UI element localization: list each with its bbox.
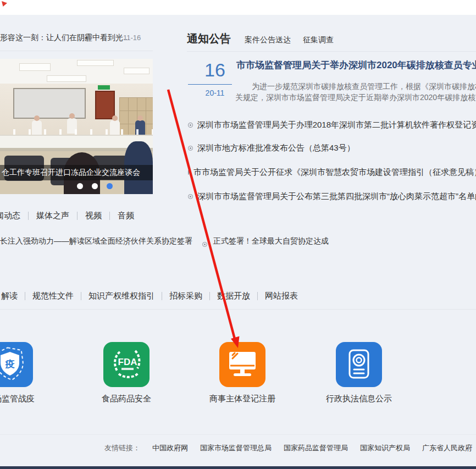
notice-heading: 通知公告 <box>187 31 231 46</box>
shortcut-label-epidemic[interactable]: 市场监管战疫 <box>0 394 54 404</box>
notice-list-item[interactable]: 市市场监管局关于公开征求《深圳市智慧农贸市场建设管理指引（征求意见稿）》... <box>188 167 476 178</box>
left-divider <box>0 51 153 51</box>
featured-month: 20-11 <box>198 89 232 97</box>
tab-case-announcements[interactable]: 案件公告送达 <box>245 35 291 45</box>
left-news-date: 11-16 <box>123 34 141 42</box>
info-nav-interpretation[interactable]: 解读 <box>1 291 18 301</box>
bullet-icon <box>202 242 207 247</box>
separator <box>77 212 78 220</box>
info-nav-normative-docs[interactable]: 规范性文件 <box>32 291 74 301</box>
bullet-icon <box>188 146 193 151</box>
notice-list-item[interactable]: 深圳市市场监督管理局关于公布第三批第四批深圳市“放心肉菜示范超市”名单的... <box>188 191 476 202</box>
bullet-icon <box>188 194 193 199</box>
footer-links: 友情链接： 中国政府网 国家市场监督管理总局 国家药品监督管理局 国家知识产权局… <box>104 443 472 453</box>
shortcut-label-enforcement-info[interactable]: 行政执法信息公示 <box>315 394 403 404</box>
separator <box>209 292 210 300</box>
svg-text:FDA: FDA <box>118 357 137 367</box>
door <box>95 91 115 119</box>
ticker-item-2[interactable]: 正式签署！全球最大自贸协定达成 <box>213 236 329 246</box>
featured-notice-title[interactable]: 市市场监督管理局关于举办深圳市2020年碳排放核查员专业知 <box>236 59 476 71</box>
featured-day-underline <box>188 84 232 85</box>
notice-link[interactable]: 深圳市市场监督管理局关于办理2018年深圳市第二批计算机软件著作权登记资助领 <box>197 120 476 130</box>
footer-link-cnipa[interactable]: 国家知识产权局 <box>360 443 410 453</box>
carousel-dot-2[interactable] <box>92 183 98 189</box>
media-nav-item-video[interactable]: 视频 <box>85 211 102 221</box>
notice-link[interactable]: 市市场监管局关于公开征求《深圳市智慧农贸市场建设管理指引（征求意见稿）》... <box>193 167 476 178</box>
notice-tabs: 案件公告送达 征集调查 <box>245 35 334 45</box>
carousel-dot-3-active[interactable] <box>107 183 113 189</box>
footer-divider <box>0 434 476 435</box>
notice-list-item[interactable]: 深圳市市场监督管理局关于办理2018年深圳市第二批计算机软件著作权登记资助领 <box>188 120 476 130</box>
featured-notice-excerpt-1: 为进一步规范深圳市碳排放核查员管理工作，根据《深圳市碳排放权交易管理 <box>252 82 476 92</box>
footer-link-nmpa[interactable]: 国家药品监督管理局 <box>284 443 348 453</box>
fda-laurel-icon[interactable]: FDA <box>103 342 150 387</box>
shortcut-label-business-registration[interactable]: 商事主体登记注册 <box>198 394 286 404</box>
media-nav-item-voice[interactable]: 媒体之声 <box>36 211 69 221</box>
top-strip <box>0 0 476 15</box>
bullet-icon <box>188 123 193 128</box>
bullet-icon <box>188 170 189 175</box>
shortcut-label-food-drug[interactable]: 食品药品安全 <box>82 394 170 404</box>
left-news-headline[interactable]: 形容这一刻：让人们在阴霾中看到光... <box>0 33 130 43</box>
info-nav-open-data[interactable]: 数据开放 <box>217 291 250 301</box>
separator <box>162 292 162 300</box>
info-nav-bidding[interactable]: 招标采购 <box>169 291 202 301</box>
light-panel <box>124 68 150 74</box>
friend-links-label: 友情链接： <box>104 443 140 453</box>
ticker-item-1[interactable]: 长注入强劲动力——解读区域全面经济伙伴关系协定签署 <box>0 236 192 246</box>
info-nav: 解读 规范性文件 知识产权维权指引 招标采购 数据开放 网站报表 <box>1 291 298 301</box>
carousel-photo[interactable]: 仓工作专班召开进口冻品企业交流座谈会 <box>0 59 153 194</box>
media-nav-item-audio[interactable]: 音频 <box>118 211 134 221</box>
epidemic-shield-icon[interactable]: 疫 <box>0 342 33 387</box>
featured-day: 16 <box>198 59 232 81</box>
bottom-bar <box>0 466 476 469</box>
notice-link[interactable]: 深圳市地方标准批准发布公告（总第43号） <box>197 143 355 153</box>
carousel-caption[interactable]: 仓工作专班召开进口冻品企业交流座谈会 <box>2 168 140 178</box>
info-nav-ip-guide[interactable]: 知识产权维权指引 <box>88 291 154 301</box>
light-panel <box>77 60 114 66</box>
light-panel <box>19 63 51 71</box>
business-registration-monitor-icon[interactable] <box>219 342 265 387</box>
exit-sign <box>98 85 110 90</box>
svg-text:疫: 疫 <box>5 359 15 369</box>
media-nav: 闻动态 媒体之声 视频 音频 <box>0 211 134 221</box>
media-nav-item-news[interactable]: 闻动态 <box>0 211 20 221</box>
footer-link-samr[interactable]: 国家市场监督管理总局 <box>200 443 272 453</box>
separator <box>81 292 81 300</box>
section-divider <box>0 309 476 310</box>
separator <box>109 212 110 220</box>
footer-link-gd-gov[interactable]: 广东省人民政府 <box>422 443 472 453</box>
page: 形容这一刻：让人们在阴霾中看到光... 11-16 仓工作专班召开进口冻品企业交… <box>0 0 476 469</box>
separator <box>257 292 258 300</box>
tab-surveys[interactable]: 征集调查 <box>303 35 334 45</box>
enforcement-camera-icon[interactable] <box>336 342 382 387</box>
featured-notice-excerpt-2: 关规定，深圳市市场监督管理局决定于近期举办深圳市2020年碳排放核查员专业知 <box>235 93 476 103</box>
notice-divider <box>187 51 476 52</box>
carousel-dot-1[interactable] <box>77 183 83 189</box>
separator <box>25 292 25 300</box>
separator <box>28 212 29 220</box>
notice-list-item[interactable]: 深圳市地方标准批准发布公告（总第43号） <box>188 143 476 153</box>
notice-link[interactable]: 深圳市市场监督管理局关于公布第三批第四批深圳市“放心肉菜示范超市”名单的... <box>197 191 476 202</box>
footer-link-gov-cn[interactable]: 中国政府网 <box>152 443 188 453</box>
projection-screen <box>13 88 86 119</box>
light-panel <box>47 75 86 82</box>
info-nav-site-report[interactable]: 网站报表 <box>265 291 298 301</box>
